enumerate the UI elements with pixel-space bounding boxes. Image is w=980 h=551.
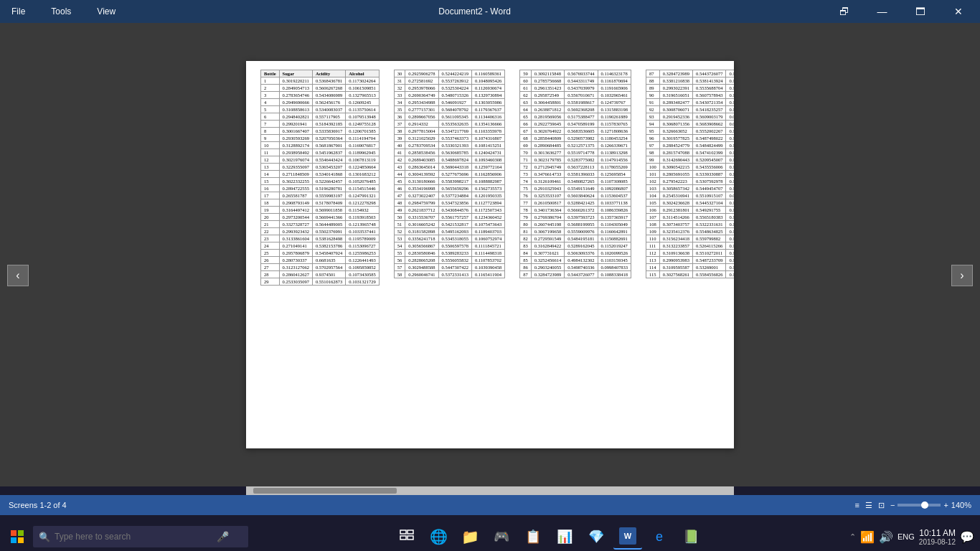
table-cell: 0.295872549	[531, 92, 564, 99]
table-cell: 0.5609003179	[693, 113, 726, 121]
table-row: 1120.31091366380.55102720110.1154455763	[646, 250, 734, 257]
time-display[interactable]: 10:11 AM 2019-08-12	[919, 528, 956, 546]
table-cell: 0.280730337	[279, 257, 312, 264]
table-cell: 0.3356241718	[405, 235, 438, 242]
table-row: 390.31210250290.55374633730.1074316807	[394, 135, 505, 142]
notification-icon[interactable]: 💬	[960, 530, 974, 544]
word-app[interactable]: W	[613, 524, 642, 550]
chrome-app[interactable]: 🌐	[424, 524, 453, 550]
table-cell: 0.1160642891	[598, 228, 631, 235]
table-cell: 30	[394, 70, 405, 77]
table-cell: 0.279542223	[659, 178, 692, 185]
table-cell: 0.6681635	[312, 257, 345, 264]
layout-icon-3[interactable]: ⊡	[878, 501, 885, 510]
search-bar[interactable]: 🔍 🎤	[33, 526, 248, 547]
table-cell: 0.1134406316	[471, 113, 504, 121]
table-cell: 0.1039390458	[471, 264, 504, 271]
table-cell: 1	[261, 77, 280, 85]
table-cell: 88	[646, 77, 659, 85]
table-cell: 0.1020099526	[598, 250, 631, 257]
table-cell: 0.2858440809	[531, 135, 564, 142]
table-cell: 0.5421532817	[438, 221, 471, 228]
zoom-level: 140%	[951, 501, 971, 509]
restore-button[interactable]: 🗗	[828, 0, 860, 23]
table-row: 680.28584408090.52905739820.1180453254	[520, 135, 631, 142]
table-cell: 0.1135750614	[346, 106, 379, 113]
scroll-thumb[interactable]	[253, 488, 397, 494]
menu-view[interactable]: View	[91, 4, 121, 19]
task-view-button[interactable]	[392, 524, 421, 550]
table-cell: 108	[646, 221, 659, 228]
table-cell: 0.5688199955	[565, 221, 598, 228]
table-cell: 0.1126035847	[726, 264, 734, 271]
steam-app[interactable]: 🎮	[487, 524, 516, 550]
volume-icon[interactable]: 🔊	[879, 530, 893, 544]
start-button[interactable]	[6, 525, 29, 548]
table-row: 200.29732005440.56694413660.1193918503	[261, 214, 380, 221]
table-cell: 0.5340083037	[312, 106, 345, 113]
table-columns: Bottle Sugar Acidity Alcohol 10.30192202…	[260, 70, 720, 286]
app7[interactable]: 💎	[582, 524, 611, 550]
table-cell: 0.5480715326	[438, 92, 471, 99]
table-cell: 0.3026764922	[531, 128, 564, 135]
table-cell: 0.1219864419	[726, 235, 734, 242]
nav-next-button[interactable]: ›	[951, 265, 973, 286]
table-cell: 93	[646, 113, 659, 121]
svg-rect-7	[407, 536, 413, 540]
table-row: 310.2725816920.55372639120.1048095426	[394, 77, 505, 85]
table-row: 540.30565668670.55065975780.1111845721	[394, 242, 505, 250]
zoom-slider[interactable]	[897, 504, 941, 507]
maximize-button[interactable]: 🗖	[904, 0, 936, 23]
table-row: 420.26894030850.54886978240.1093460308	[394, 156, 505, 164]
close-button[interactable]: ✕	[942, 0, 974, 23]
nav-prev-button[interactable]: ‹	[7, 265, 29, 286]
table-cell: 0.3284723989	[659, 70, 692, 77]
table-cell: 0.5345318055	[438, 235, 471, 242]
network-icon[interactable]: 📶	[860, 530, 875, 544]
layout-icon-2[interactable]: ☰	[865, 501, 872, 510]
table-cell: 0.1147914556	[598, 156, 631, 164]
language-indicator[interactable]: ENG	[897, 532, 915, 541]
table-cell: 57	[394, 264, 405, 271]
excel-app[interactable]: 📗	[677, 524, 705, 550]
table-cell: 0.3156234418	[659, 235, 692, 242]
zoom-plus[interactable]: +	[943, 501, 948, 509]
table-cell: 0.2919452336	[659, 113, 692, 121]
table-row: 320.29539780660.53253042240.1126930674	[394, 85, 505, 92]
menu-file[interactable]: File	[6, 4, 31, 19]
table-cell: 0.1101306982	[726, 257, 734, 264]
table-cell: 0.1303055986	[471, 99, 504, 106]
explorer-app[interactable]: 📁	[456, 524, 484, 550]
app5[interactable]: 📋	[519, 524, 547, 550]
table-cell: 75	[520, 185, 532, 192]
table-cell: 0.1088882987	[471, 178, 504, 185]
minimize-button[interactable]: —	[866, 0, 898, 23]
table-row: 10.30192202110.53684367810.1173024264	[261, 77, 380, 85]
table-cell: 90	[646, 92, 659, 99]
table-row: 120.30219760740.55464434240.1067813119	[261, 156, 380, 164]
table-row: 350.27771573010.56840787920.1179367637	[394, 106, 505, 113]
table-cell: 0.5434086989	[312, 92, 345, 99]
zoom-minus[interactable]: −	[890, 501, 895, 509]
ie-app[interactable]: e	[645, 524, 674, 550]
layout-icon-1[interactable]: ≡	[855, 501, 859, 509]
table-cell: 0.1067744166	[726, 92, 734, 99]
table-cell: 0.3126109461	[531, 178, 564, 185]
menu-tools[interactable]: Tools	[45, 4, 77, 19]
scroll-bar[interactable]	[246, 486, 734, 495]
search-input[interactable]	[55, 532, 212, 542]
table-cell: 0.1562735573	[471, 185, 504, 192]
table-cell: 0.3133861604	[279, 235, 312, 242]
table-row: 430.28636450140.56904433180.1259772164	[394, 164, 505, 171]
table-cell: 35	[394, 106, 405, 113]
table-cell: 0.5510162873	[312, 278, 345, 286]
table-cell: 104	[646, 192, 659, 199]
microphone-icon[interactable]: 🎤	[217, 531, 229, 542]
table-cell: 0.2884524779	[659, 142, 692, 149]
table-cell: 0.10846266	[726, 171, 734, 178]
svg-rect-1	[18, 530, 24, 536]
powerpoint-app[interactable]: 📊	[550, 524, 579, 550]
table-cell: 0.2910325943	[531, 185, 564, 192]
table-cell: 0.1060752974	[471, 235, 504, 242]
table-cell: 45	[394, 178, 405, 185]
